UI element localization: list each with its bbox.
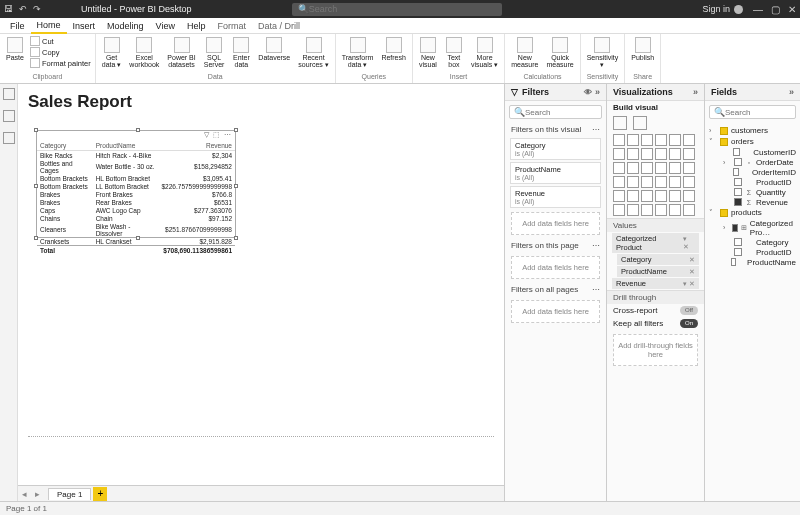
more-icon[interactable]: ⋯ [592,285,600,294]
add-filter-dropzone[interactable]: Add data fields here [511,212,600,235]
viz-type-icon[interactable] [627,134,639,146]
resize-handle[interactable] [136,236,140,240]
global-search[interactable]: 🔍 [292,3,502,16]
viz-type-icon[interactable] [613,162,625,174]
viz-type-icon[interactable] [641,176,653,188]
keep-filters-toggle[interactable]: On [680,319,698,328]
model-view-icon[interactable] [3,132,15,144]
field-checkbox[interactable] [733,148,740,156]
viz-type-icon[interactable] [683,134,695,146]
field-checkbox[interactable] [734,198,742,206]
fields-search-input[interactable] [725,108,791,117]
filters-search[interactable]: 🔍 [509,105,602,119]
table-row[interactable]: ChainsChain$97.152 [37,214,235,222]
fields-search[interactable]: 🔍 [709,105,796,119]
viz-type-icon[interactable] [641,204,653,216]
maximize-button[interactable]: ▢ [771,4,780,15]
paste-button[interactable]: Paste [4,36,26,62]
field-well-item[interactable]: ProductName✕ [617,266,699,277]
field-item[interactable]: OrderItemID [709,167,796,177]
resize-handle[interactable] [34,128,38,132]
page-nav-prev[interactable]: ◂ [18,489,31,499]
redo-icon[interactable]: ↷ [33,4,41,14]
field-checkbox[interactable] [734,188,742,196]
viz-type-icon[interactable] [627,190,639,202]
close-button[interactable]: ✕ [788,4,796,15]
viz-type-icon[interactable] [669,134,681,146]
table-row[interactable]: Bike RacksHitch Rack - 4-Bike$2,304 [37,151,235,160]
viz-type-icon[interactable] [613,204,625,216]
field-item[interactable]: ΣQuantity [709,187,796,197]
field-item[interactable]: ›⊞Categorized Pro… [709,218,796,237]
table-row[interactable]: BrakesRear Brakes$6531 [37,198,235,206]
save-icon[interactable]: 🖫 [4,4,13,14]
ribbon-tab[interactable]: View [150,19,181,33]
field-item[interactable]: ProductName [709,257,796,267]
minimize-button[interactable]: — [753,4,763,15]
ribbon-button[interactable]: Sensitivity ▾ [585,36,621,70]
viz-type-icon[interactable] [683,162,695,174]
collapse-icon[interactable] [789,87,794,97]
field-item[interactable]: Category [709,237,796,247]
table-header[interactable]: ProductName [93,141,159,151]
ribbon-button[interactable]: Transform data ▾ [340,36,376,70]
resize-handle[interactable] [34,184,38,188]
resize-handle[interactable] [136,128,140,132]
table-header[interactable]: Category [37,141,93,151]
global-search-input[interactable] [309,4,496,14]
field-item[interactable]: ProductID [709,247,796,257]
viz-type-icon[interactable] [669,162,681,174]
field-table[interactable]: ˅orders [709,136,796,147]
build-tab-icon[interactable] [613,116,627,130]
viz-type-icon[interactable] [641,190,653,202]
table-row[interactable]: Bottom BracketsLL Bottom Bracket$226.757… [37,182,235,190]
field-checkbox[interactable] [734,158,742,166]
ribbon-button[interactable]: Dataverse [256,36,292,62]
viz-type-icon[interactable] [655,204,667,216]
viz-type-icon[interactable] [641,134,653,146]
ribbon-button[interactable]: SQL Server [202,36,227,70]
viz-type-icon[interactable] [655,148,667,160]
filter-icon[interactable]: ▽ [204,131,209,141]
ribbon-button[interactable]: New visual [417,36,439,70]
viz-type-icon[interactable] [669,148,681,160]
ribbon-tab[interactable]: Insert [67,19,102,33]
viz-type-icon[interactable] [613,190,625,202]
ribbon-button[interactable]: Recent sources ▾ [296,36,330,70]
focus-icon[interactable]: ⬚ [213,131,220,141]
field-well-item[interactable]: Revenue▾ ✕ [612,278,699,289]
table-row[interactable]: Bottom BracketsHL Bottom Bracket$3,095.4… [37,174,235,182]
viz-type-icon[interactable] [627,148,639,160]
viz-type-icon[interactable] [683,204,695,216]
field-checkbox[interactable] [733,168,740,176]
more-icon[interactable]: ⋯ [592,241,600,250]
ribbon-tab[interactable]: Format [211,19,252,33]
ribbon-button[interactable]: Refresh [379,36,408,62]
viz-type-icon[interactable] [613,134,625,146]
resize-handle[interactable] [34,236,38,240]
viz-type-icon[interactable] [683,148,695,160]
ribbon-button[interactable]: Get data ▾ [100,36,124,70]
viz-type-icon[interactable] [641,148,653,160]
table-row[interactable]: CleanersBike Wash - Dissolver$251.876670… [37,222,235,237]
viz-type-icon[interactable] [655,176,667,188]
cut-button[interactable]: Cut [30,36,91,46]
table-row[interactable]: CapsAWC Logo Cap$277.363076 [37,206,235,214]
report-view-icon[interactable] [3,88,15,100]
field-checkbox[interactable] [734,178,742,186]
viz-type-icon[interactable] [683,190,695,202]
resize-handle[interactable] [234,236,238,240]
ribbon-tab[interactable]: File [4,19,31,33]
collapse-icon[interactable] [595,87,600,97]
ribbon-tab[interactable]: Home [31,18,67,34]
field-item[interactable]: ProductID [709,177,796,187]
ribbon-button[interactable]: Power BI datasets [165,36,197,70]
field-item[interactable]: ΣRevenue [709,197,796,207]
resize-handle[interactable] [234,128,238,132]
ribbon-button[interactable]: Publish [629,36,656,62]
report-canvas[interactable]: Sales Report ▽ ⬚ ⋯ CategoryProductNameRe… [18,84,504,501]
undo-icon[interactable]: ↶ [19,4,27,14]
ribbon-button[interactable]: Quick measure [544,36,575,70]
more-icon[interactable]: ⋯ [224,131,231,141]
viz-type-icon[interactable] [627,204,639,216]
